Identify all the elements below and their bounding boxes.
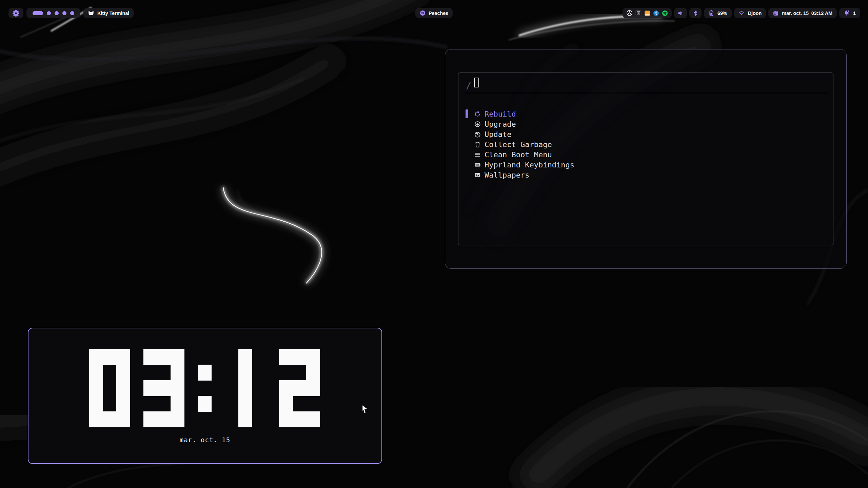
clock-digit [89,349,130,427]
clock-time [89,349,320,427]
clock-digit [143,349,184,427]
volume-icon [677,10,684,16]
refresh-icon [474,110,481,118]
network-label: Djoon [748,11,762,16]
menu-item-label: Hyprland Keybindings [485,161,574,169]
battery-label: 69% [717,11,727,16]
menu-item[interactable]: Rebuild [458,109,833,119]
update-icon [474,131,481,138]
list-icon [474,151,481,158]
media-button[interactable]: Peaches [415,8,453,18]
bluetooth-icon [692,10,698,16]
bell-icon [844,10,850,16]
workspace-dot[interactable] [70,11,74,15]
menu-item-label: Clean Boot Menu [485,150,552,159]
menu-item-label: Update [485,130,511,139]
menu-item-label: Collect Garbage [485,140,552,149]
upgrade-icon [474,121,481,128]
clock-colon [198,349,211,427]
prompt-symbol: / [466,81,471,90]
bluetooth-tray-icon [653,10,659,16]
datetime-button[interactable]: mar. oct. 15 03:12 AM [768,8,837,18]
obs-icon [626,10,633,16]
workspace-switcher[interactable] [26,8,80,18]
menu-item[interactable]: Update [458,129,833,139]
terminal-label: Kitty Terminal [97,11,129,16]
menu-item[interactable]: Upgrade [458,119,833,129]
bluetooth-button[interactable] [689,8,702,18]
menu-item-label: Rebuild [485,110,516,118]
trash-icon [474,141,481,148]
spotify-tray-icon [662,10,668,16]
clock-digit [279,349,320,427]
battery-button[interactable]: 69% [704,8,732,18]
menu-item[interactable]: Wallpapers [458,170,833,180]
media-label: Peaches [429,11,448,16]
wifi-icon [738,10,745,16]
mouse-cursor [362,405,370,414]
workspace-dot[interactable] [47,11,51,15]
orange-app-icon [644,10,650,16]
menu-item-label: Wallpapers [485,171,529,179]
launcher-panel: / Rebuild Upgrade Update Collect Garbage… [458,73,833,245]
flower-icon [12,9,20,17]
clock-digit [225,349,265,427]
desktop: Kitty Terminal Peaches [0,0,868,488]
launcher-menu: Rebuild Upgrade Update Collect Garbage C… [458,109,833,180]
datetime-label: mar. oct. 15 03:12 AM [782,11,832,16]
menu-item[interactable]: Clean Boot Menu [458,149,833,160]
notifications-button[interactable]: 1 [839,8,860,18]
terminal-button[interactable]: Kitty Terminal [83,8,134,18]
workspace-active[interactable] [33,11,43,15]
volume-button[interactable] [674,8,687,18]
topbar-left: Kitty Terminal [8,8,134,18]
spotify-media-icon [420,10,426,16]
settings-button[interactable] [8,8,23,18]
system-tray[interactable] [623,8,672,18]
battery-icon [708,10,714,16]
selection-bar [466,109,468,118]
text-cursor [474,78,479,87]
cat-icon [88,10,94,16]
calendar-icon [773,10,779,16]
network-button[interactable]: Djoon [734,8,766,18]
menu-item-label: Upgrade [485,120,516,128]
divider [465,93,829,93]
launcher-window: / Rebuild Upgrade Update Collect Garbage… [445,49,847,269]
k-app-icon [635,10,642,16]
clock-widget[interactable]: mar. oct. 15 [28,328,382,464]
workspace-dot[interactable] [62,11,66,15]
topbar-right: 69% Djoon [623,8,860,18]
workspace-dot[interactable] [55,11,59,15]
keyboard-icon [474,161,481,168]
image-icon [474,171,481,179]
clock-date: mar. oct. 15 [28,436,381,444]
menu-item[interactable]: Collect Garbage [458,139,833,149]
notifications-count: 1 [853,11,856,16]
menu-item[interactable]: Hyprland Keybindings [458,160,833,170]
